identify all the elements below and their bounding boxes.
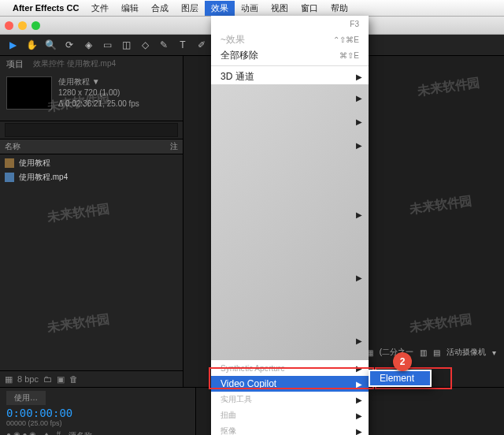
menu-item[interactable]: 扭曲 ▶ — [211, 407, 369, 423]
transparent-icon[interactable]: ▥ — [420, 348, 427, 357]
new-comp-icon[interactable]: ▣ — [57, 374, 65, 385]
chevron-right-icon: ▶ — [356, 380, 362, 389]
close-icon[interactable] — [5, 21, 13, 30]
col-source: 源名称 — [69, 430, 92, 435]
menu-label: Synthetic Aperture — [220, 364, 285, 373]
zoom-tool-icon[interactable]: 🔍 — [43, 38, 57, 52]
search-input[interactable] — [5, 123, 178, 137]
panbehind-tool-icon[interactable]: ◫ — [119, 38, 133, 52]
menu-item[interactable]: Synthetic Aperture ▶ — [211, 360, 369, 376]
brush-tool-icon[interactable]: ✐ — [195, 38, 209, 52]
timeline-columns: ● ◉ ● ◉ ♦ # 源名称 — [6, 430, 189, 435]
project-tabs: 项目 效果控件 使用教程.mp4 — [0, 56, 183, 72]
folder-icon — [5, 158, 14, 168]
annotation-badge: 2 — [393, 352, 412, 371]
list-item[interactable]: 使用教程 — [0, 156, 183, 170]
menu-edit[interactable]: 编辑 — [115, 1, 145, 16]
clip-thumbnail[interactable] — [6, 76, 52, 110]
col-note[interactable]: 注 — [170, 141, 178, 152]
menu-item-video-copilot[interactable]: Video Copilot ▶ — [211, 376, 369, 392]
project-panel: 项目 效果控件 使用教程.mp4 使用教程 ▼ 1280 x 720 (1.00… — [0, 56, 183, 387]
new-folder-icon[interactable]: 🗀 — [43, 374, 52, 384]
interpret-icon[interactable]: ▦ — [5, 374, 13, 385]
menu-help[interactable]: 帮助 — [324, 1, 354, 16]
orbit-tool-icon[interactable]: ⟳ — [62, 38, 76, 52]
menu-item-remove-all[interactable]: 全部移除 ⌘⇧E — [211, 47, 369, 63]
menu-label: 实用工具 — [220, 394, 252, 405]
separator — [211, 65, 369, 66]
shape-tool-icon[interactable]: ◇ — [138, 38, 152, 52]
clip-name[interactable]: 使用教程 ▼ — [58, 76, 139, 87]
timeline-left: 使用… 0:00:00:00 00000 (25.00 fps) ● ◉ ● ◉… — [0, 388, 196, 435]
timecode-sub: 00000 (25.00 fps) — [6, 419, 189, 427]
rotate-tool-icon[interactable]: ◈ — [81, 38, 95, 52]
mac-menubar: After Effects CC 文件 编辑 合成 图层 效果 动画 视图 窗口… — [0, 0, 504, 17]
chevron-right-icon: ▶ — [356, 427, 362, 436]
bpc-label[interactable]: 8 bpc — [17, 374, 39, 384]
menu-items: 文件 编辑 合成 图层 效果 动画 视图 窗口 帮助 — [85, 1, 354, 16]
menu-blurred-region: ▶ ▶ ▶ ▶ ▶ ▶ — [211, 84, 369, 360]
timeline-tab[interactable]: 使用… — [6, 391, 46, 405]
shortcut: ⌘⇧E — [339, 51, 359, 60]
text-tool-icon[interactable]: T — [176, 38, 190, 52]
camera-dropdown[interactable]: 活动摄像机 — [447, 347, 486, 358]
menu-label: ~效果 — [220, 33, 245, 46]
timecode[interactable]: 0:00:00:00 — [6, 407, 189, 419]
clip-resolution: 1280 x 720 (1.00) — [58, 87, 139, 99]
chevron-right-icon: ▶ — [356, 411, 362, 420]
video-copilot-submenu: Element — [369, 370, 432, 387]
menu-label: 扭曲 — [220, 410, 236, 421]
item-label: 使用教程.mp4 — [19, 172, 68, 183]
pen-tool-icon[interactable]: ✎ — [157, 38, 171, 52]
project-footer: ▦ 8 bpc 🗀 ▣ 🗑 — [0, 370, 183, 387]
clip-duration: Δ 0:02:36:21, 25.00 fps — [58, 99, 139, 110]
shortcut: ⌃⇧⌘E — [333, 35, 359, 44]
menu-item[interactable]: 实用工具 ▶ — [211, 392, 369, 407]
chevron-right-icon: ▶ — [356, 364, 362, 373]
menu-file[interactable]: 文件 — [85, 1, 115, 16]
app-name[interactable]: After Effects CC — [13, 3, 79, 13]
menu-label: 抠像 — [220, 426, 236, 435]
transparent2-icon[interactable]: ▤ — [433, 348, 440, 357]
zoom-icon[interactable] — [32, 21, 40, 30]
submenu-item-element[interactable]: Element — [370, 371, 430, 385]
tab-project[interactable]: 项目 — [6, 58, 24, 70]
col-hash: # — [57, 430, 61, 435]
project-info: 使用教程 ▼ 1280 x 720 (1.00) Δ 0:02:36:21, 2… — [0, 72, 183, 114]
menu-comp[interactable]: 合成 — [145, 1, 175, 16]
chevron-down-icon[interactable]: ▾ — [492, 348, 496, 357]
viewer-footer: ▦ (二分之一 ▥ ▤ 活动摄像机 ▾ — [366, 347, 496, 358]
menu-item-3d-channel[interactable]: 3D 通道 ▶ — [211, 69, 369, 84]
menu-window[interactable]: 窗口 — [295, 1, 324, 16]
selection-tool-icon[interactable]: ▶ — [6, 38, 20, 52]
menu-item[interactable]: F3 — [211, 16, 369, 32]
minimize-icon[interactable] — [18, 21, 27, 30]
menu-item[interactable]: 抠像 ▶ — [211, 423, 369, 435]
menu-item[interactable]: ~效果 ⌃⇧⌘E — [211, 32, 369, 47]
menu-label: 全部移除 — [220, 49, 258, 62]
menu-label: Video Copilot — [220, 378, 276, 389]
menu-label: 3D 通道 — [220, 70, 254, 84]
list-item[interactable]: 使用教程.mp4 — [0, 170, 183, 184]
traffic-lights — [5, 21, 40, 30]
project-list-header: 名称 注 — [0, 139, 183, 154]
menu-view[interactable]: 视图 — [265, 1, 295, 16]
trash-icon[interactable]: 🗑 — [69, 374, 78, 384]
chevron-right-icon: ▶ — [356, 396, 362, 404]
camera-tool-icon[interactable]: ▭ — [100, 38, 114, 52]
chevron-right-icon: ▶ — [356, 72, 362, 81]
menu-layer[interactable]: 图层 — [175, 1, 205, 16]
menu-anim[interactable]: 动画 — [235, 1, 265, 16]
clip-metadata: 使用教程 ▼ 1280 x 720 (1.00) Δ 0:02:36:21, 2… — [58, 76, 139, 110]
menu-effect[interactable]: 效果 — [205, 1, 235, 16]
col-name[interactable]: 名称 — [5, 141, 170, 152]
movie-icon — [5, 173, 14, 182]
tab-effect-controls[interactable]: 效果控件 使用教程.mp4 — [33, 58, 116, 69]
item-label: 使用教程 — [19, 158, 50, 169]
shortcut: F3 — [350, 20, 359, 28]
hand-tool-icon[interactable]: ✋ — [24, 38, 39, 52]
project-search-row — [0, 121, 183, 139]
project-list: 使用教程 使用教程.mp4 — [0, 154, 183, 370]
effect-menu-dropdown: F3 ~效果 ⌃⇧⌘E 全部移除 ⌘⇧E 3D 通道 ▶ ▶ ▶ ▶ ▶ ▶ ▶… — [211, 16, 369, 435]
